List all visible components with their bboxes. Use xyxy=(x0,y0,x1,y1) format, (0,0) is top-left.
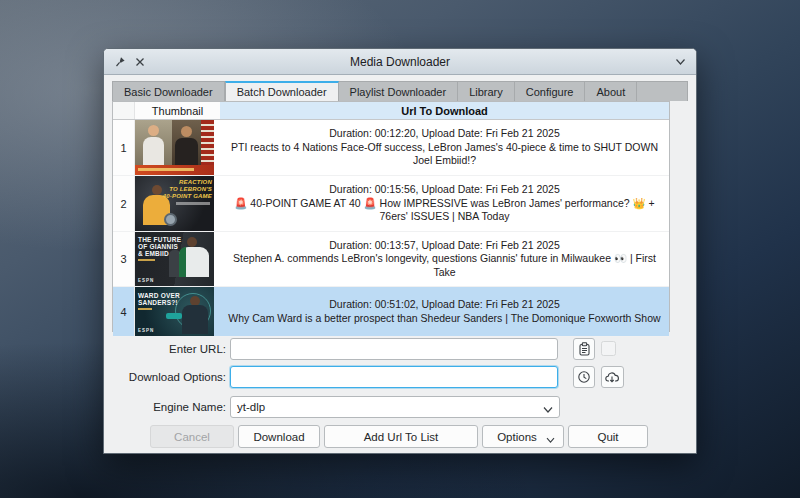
table-row[interactable]: 3 THE FUTURE OF GIANNIS & EMBIID ESPN xyxy=(113,232,669,287)
caption-underline xyxy=(138,308,152,310)
thumbnail-left-panel xyxy=(135,120,172,165)
video-duration: Duration: 00:15:56, Upload Date: Fri Feb… xyxy=(329,183,560,197)
thumbnail-cell: WARD OVER SANDERS?! ESPN xyxy=(135,287,220,336)
video-title: Stephen A. commends LeBron's longevity, … xyxy=(228,252,661,279)
clipboard-icon xyxy=(578,342,591,356)
row-number-cell: 1 xyxy=(113,120,135,175)
video-title: Why Cam Ward is a better prospect than S… xyxy=(228,312,660,326)
video-duration: Duration: 00:51:02, Upload Date: Fri Feb… xyxy=(329,298,560,312)
caption-line: THE FUTURE xyxy=(138,236,181,243)
caption-underline xyxy=(138,259,155,261)
lower-third-banner xyxy=(135,165,214,175)
download-button[interactable]: Download xyxy=(238,425,320,448)
url-cell: Duration: 00:51:02, Upload Date: Fri Feb… xyxy=(220,287,669,336)
chevron-down-icon xyxy=(543,404,553,416)
thumbnail-caption: REACTION TO LEBRON'S 40-POINT GAME xyxy=(163,179,212,200)
caption-line: SANDERS?! xyxy=(138,299,180,306)
tab-batch-downloader[interactable]: Batch Downloader xyxy=(225,81,339,101)
column-header-url[interactable]: Url To Download xyxy=(220,102,669,119)
column-header-thumbnail[interactable]: Thumbnail xyxy=(135,102,220,119)
video-thumbnail: REACTION TO LEBRON'S 40-POINT GAME xyxy=(135,176,214,231)
scoreboard-strip xyxy=(201,120,214,165)
download-options-input[interactable] xyxy=(230,366,558,388)
titlebar: Media Downloader xyxy=(104,49,696,75)
cancel-button[interactable]: Cancel xyxy=(150,425,234,448)
video-title: 🚨 40-POINT GAME AT 40 🚨 How IMPRESSIVE w… xyxy=(228,197,661,224)
paste-clipboard-button[interactable] xyxy=(573,338,595,360)
cloud-download-icon xyxy=(605,371,620,383)
url-cell: Duration: 00:15:56, Upload Date: Fri Feb… xyxy=(220,176,669,231)
engine-name-value: yt-dlp xyxy=(237,401,265,413)
espn-watermark: ESPN xyxy=(138,278,154,283)
tab-library[interactable]: Library xyxy=(458,82,515,101)
person-figure xyxy=(175,138,198,165)
table-corner-cell xyxy=(113,102,135,119)
options-history-button[interactable] xyxy=(573,366,595,388)
table-row[interactable]: 1 Duration: 00:12:20, Upload Date: xyxy=(113,120,669,176)
caption-line: WARD OVER xyxy=(138,292,180,299)
engine-name-label: Engine Name: xyxy=(112,396,226,418)
table-header: Thumbnail Url To Download xyxy=(113,102,669,120)
thumbnail-cell xyxy=(135,120,220,175)
download-options-label: Download Options: xyxy=(112,366,226,388)
caption-line: OF GIANNIS xyxy=(138,243,181,250)
tab-bar: Basic Downloader Batch Downloader Playli… xyxy=(112,81,688,101)
jersey-stripe xyxy=(179,247,186,277)
url-input[interactable] xyxy=(230,338,558,360)
url-cell: Duration: 00:12:20, Upload Date: Fri Feb… xyxy=(220,120,669,175)
tab-about[interactable]: About xyxy=(585,82,637,101)
window-title: Media Downloader xyxy=(104,55,696,69)
url-cell: Duration: 00:13:57, Upload Date: Fri Feb… xyxy=(220,232,669,286)
caption-subline xyxy=(176,202,210,205)
engine-name-select[interactable]: yt-dlp xyxy=(230,396,560,418)
options-button-label: Options xyxy=(497,431,537,443)
table-row-selected[interactable]: 4 WARD OVER SANDERS?! ESPN Duration: 00:… xyxy=(113,287,669,337)
media-downloader-window: Media Downloader Basic Downloader Batch … xyxy=(103,48,697,454)
tab-basic-downloader[interactable]: Basic Downloader xyxy=(113,82,225,101)
tab-playlist-downloader[interactable]: Playlist Downloader xyxy=(339,82,459,101)
video-thumbnail xyxy=(135,120,214,175)
row-number-cell: 4 xyxy=(113,287,135,336)
person-figure xyxy=(181,126,192,137)
tab-configure[interactable]: Configure xyxy=(515,82,586,101)
person-figure xyxy=(182,305,208,334)
row-number-cell: 3 xyxy=(113,232,135,286)
caption-line: TO LEBRON'S xyxy=(163,186,212,193)
person-figure xyxy=(187,237,197,247)
person-figure xyxy=(148,125,159,136)
thumbnail-caption: WARD OVER SANDERS?! xyxy=(138,292,180,306)
row-number-cell: 2 xyxy=(113,176,135,231)
options-button[interactable]: Options xyxy=(482,425,564,448)
show-logo-badge xyxy=(164,213,177,226)
person-figure xyxy=(143,137,164,165)
url-checkbox[interactable] xyxy=(601,341,616,356)
video-duration: Duration: 00:13:57, Upload Date: Fri Feb… xyxy=(329,239,560,253)
espn-watermark: ESPN xyxy=(138,328,154,333)
video-title: PTI reacts to 4 Nations Face-Off success… xyxy=(228,141,661,168)
thumbnail-right-panel xyxy=(172,120,201,165)
thumbnail-cell: THE FUTURE OF GIANNIS & EMBIID ESPN xyxy=(135,232,220,286)
badge-pill xyxy=(166,313,182,319)
download-list-table: Thumbnail Url To Download 1 xyxy=(112,101,670,332)
video-thumbnail: WARD OVER SANDERS?! ESPN xyxy=(135,287,214,336)
enter-url-label: Enter URL: xyxy=(112,338,226,360)
add-url-to-list-button[interactable]: Add Url To List xyxy=(324,425,478,448)
caption-line: 40-POINT GAME xyxy=(163,193,212,200)
clock-history-icon xyxy=(577,370,591,384)
caption-line: REACTION xyxy=(163,179,212,186)
table-row[interactable]: 2 REACTION TO LEBRON'S 40-POINT GAME Dur… xyxy=(113,176,669,232)
quit-button[interactable]: Quit xyxy=(568,425,648,448)
download-options-cloud-button[interactable] xyxy=(601,366,624,388)
chevron-down-icon xyxy=(546,434,555,446)
video-thumbnail: THE FUTURE OF GIANNIS & EMBIID ESPN xyxy=(135,232,214,286)
shade-chevron-down-icon[interactable] xyxy=(670,52,690,71)
person-figure xyxy=(152,185,162,195)
video-duration: Duration: 00:12:20, Upload Date: Fri Feb… xyxy=(329,127,560,141)
thumbnail-cell: REACTION TO LEBRON'S 40-POINT GAME xyxy=(135,176,220,231)
